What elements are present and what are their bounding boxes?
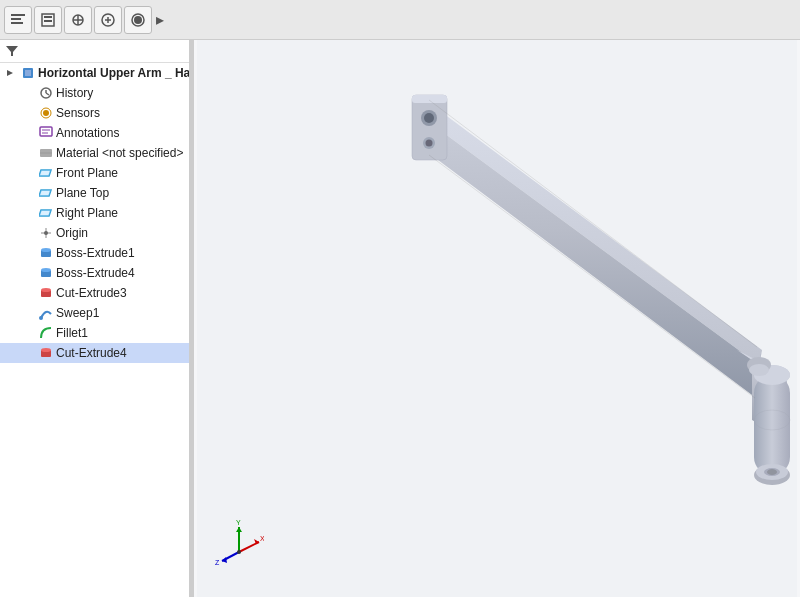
tree-item-history[interactable]: History [0,83,189,103]
tree-item-label: Cut-Extrude4 [56,346,127,360]
svg-line-20 [46,93,49,95]
tree-item-icon-cut [38,285,54,301]
tree-item-boss-extrude4[interactable]: Boss-Extrude4 [0,263,189,283]
svg-marker-33 [39,210,51,216]
svg-point-12 [134,16,142,24]
tree-expand-icon [20,325,36,341]
svg-marker-80 [236,527,242,532]
tree-item-right-plane[interactable]: Right Plane [0,203,189,223]
tree-item-label: Sensors [56,106,100,120]
main-area: Horizontal Upper Arm _ HanHistorySensors… [0,40,800,597]
tree-expand-icon [20,345,36,361]
svg-point-59 [424,113,434,123]
tree-item-cut-extrude4[interactable]: Cut-Extrude4 [0,343,189,363]
tree-item-fillet1[interactable]: Fillet1 [0,323,189,343]
tree-expand-icon [20,125,36,141]
svg-rect-23 [40,127,52,136]
svg-point-61 [426,140,433,147]
tree-item-icon-cut [38,345,54,361]
config-manager-icon [70,12,86,28]
tree-item-icon-sensor [38,105,54,121]
display-manager-tab-btn[interactable] [124,6,152,34]
toolbar-more-btn[interactable]: ▸ [154,10,166,29]
svg-text:Z: Z [215,559,220,566]
tree-item-boss-extrude1[interactable]: Boss-Extrude1 [0,243,189,263]
svg-text:Y: Y [236,519,241,526]
tree-item-sensors[interactable]: Sensors [0,103,189,123]
tree-item-material[interactable]: Material <not specified> [0,143,189,163]
svg-rect-57 [412,95,447,103]
svg-point-21 [43,110,49,116]
tree-item-cut-extrude3[interactable]: Cut-Extrude3 [0,283,189,303]
svg-marker-31 [39,190,51,196]
tree-item-label: Origin [56,226,88,240]
tree-item-icon-plane [38,205,54,221]
property-manager-icon [40,12,56,28]
tree-item-label: Annotations [56,126,119,140]
tree-item-icon-annotation [38,125,54,141]
tree-item-front-plane[interactable]: Front Plane [0,163,189,183]
tree-item-label: Plane Top [56,186,109,200]
3d-model-canvas [194,40,800,597]
tree-item-origin[interactable]: Origin [0,223,189,243]
dim-expert-icon [100,12,116,28]
tree-item-icon-history [38,85,54,101]
tree-expand-icon [20,205,36,221]
tree-item-annotations[interactable]: Annotations [0,123,189,143]
tree-expand-icon [20,265,36,281]
3d-viewport[interactable]: X Y Z [194,40,800,597]
tree-item-label: Front Plane [56,166,118,180]
feature-manager-icon [10,12,26,28]
svg-rect-56 [412,95,447,160]
feature-manager-tab-btn[interactable] [4,6,32,34]
svg-rect-5 [44,20,52,22]
config-manager-tab-btn[interactable] [64,6,92,34]
tree-expand-icon [20,185,36,201]
tree-item-top-plane[interactable]: Plane Top [0,183,189,203]
svg-rect-17 [25,70,31,76]
svg-point-38 [41,248,51,252]
tree-item-icon-plane [38,185,54,201]
svg-text:X: X [260,535,264,542]
toolbar-more-icon: ▸ [156,11,164,28]
tree-item-icon-plane [38,165,54,181]
sidebar-filter-row [0,40,189,63]
display-manager-icon [130,12,146,28]
tree-expand-icon [20,145,36,161]
tree-expand-icon [2,65,18,81]
tree-expand-icon [20,165,36,181]
tree-item-root[interactable]: Horizontal Upper Arm _ Han [0,63,189,83]
svg-marker-29 [39,170,51,176]
property-manager-tab-btn[interactable] [34,6,62,34]
svg-point-70 [767,469,777,475]
svg-marker-15 [7,70,13,76]
tree-item-icon-sweep [38,305,54,321]
tree-item-label: Cut-Extrude3 [56,286,127,300]
tree-item-label: Sweep1 [56,306,99,320]
tree-item-icon-part [20,65,36,81]
tree-item-label: Fillet1 [56,326,88,340]
tree-item-icon-material [38,145,54,161]
feature-tree-sidebar: Horizontal Upper Arm _ HanHistorySensors… [0,40,190,597]
tree-item-label: Horizontal Upper Arm _ Han [38,66,190,80]
tree-item-icon-origin [38,225,54,241]
dim-expert-tab-btn[interactable] [94,6,122,34]
svg-rect-0 [11,14,25,16]
svg-point-43 [39,316,43,320]
svg-point-40 [41,268,51,272]
svg-marker-14 [6,46,18,56]
tree-expand-icon [20,225,36,241]
tree-expand-icon [20,245,36,261]
toolbar: ▸ [0,0,800,40]
svg-rect-1 [11,18,21,20]
origin-axes-indicator: X Y Z [214,517,264,567]
feature-tree: Horizontal Upper Arm _ HanHistorySensors… [0,63,189,363]
tree-item-label: Material <not specified> [56,146,183,160]
tree-item-sweep1[interactable]: Sweep1 [0,303,189,323]
svg-rect-4 [44,16,52,18]
svg-point-42 [41,288,51,292]
tree-item-label: Right Plane [56,206,118,220]
svg-rect-2 [11,22,23,24]
tree-item-icon-boss [38,245,54,261]
tree-expand-icon [20,305,36,321]
